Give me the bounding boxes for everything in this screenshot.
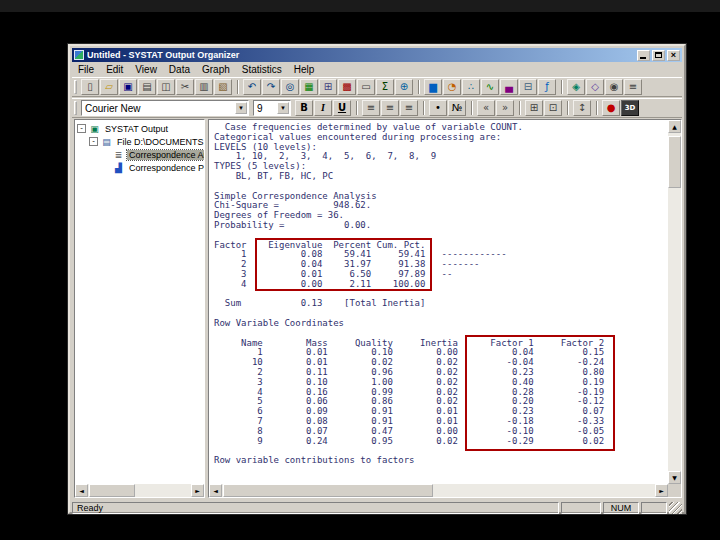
open-button[interactable]: ▱ (100, 79, 118, 95)
font-size-select[interactable]: 9 ▼ (253, 100, 291, 116)
print-preview-button[interactable]: ◫ (157, 79, 175, 95)
italic-button[interactable]: I (314, 100, 332, 116)
menu-file[interactable]: File (72, 63, 100, 76)
tree-item-systat-output[interactable]: -▣SYSTAT Output (75, 122, 204, 135)
rotate-3d-button[interactable]: ◇ (586, 79, 604, 95)
toolbar-grip[interactable] (74, 101, 77, 115)
graph-3d-button[interactable]: 3D (621, 100, 639, 116)
title-bar[interactable]: Untitled - SYSTAT Output Organizer × (72, 48, 682, 62)
file-node-icon: ▤ (101, 137, 112, 147)
status-bar: Ready NUM (72, 501, 682, 514)
toolbar-grip[interactable] (74, 80, 77, 94)
map-button[interactable]: ◈ (567, 79, 585, 95)
output-horizontal-scrollbar[interactable]: ◄ ► (209, 484, 668, 497)
maximize-button[interactable] (652, 50, 665, 61)
scatter-plot-button[interactable]: ∴ (462, 79, 480, 95)
underline-button[interactable]: U (333, 100, 351, 116)
systat-app-icon (74, 50, 84, 60)
scroll-up-button[interactable]: ▲ (668, 120, 681, 133)
tree-horizontal-scrollbar[interactable]: ◄ ► (75, 484, 204, 497)
app-window: Untitled - SYSTAT Output Organizer × Fil… (68, 44, 686, 514)
zoom-button[interactable]: ◉ (605, 79, 623, 95)
scrollbar-thumb[interactable] (89, 484, 135, 497)
new-button[interactable]: ▯ (81, 79, 99, 95)
tree-item-correspondence-ana[interactable]: ≣Correspondence Ana (75, 148, 204, 161)
copy-button[interactable]: ▥ (195, 79, 213, 95)
cut-button[interactable]: ✂ (176, 79, 194, 95)
insert-table-button[interactable]: ⊞ (525, 100, 543, 116)
undo-button[interactable]: ↶ (243, 79, 261, 95)
page-margins-button[interactable]: ⊡ (544, 100, 562, 116)
paste-button[interactable]: ▧ (214, 79, 232, 95)
print-icon: ▤ (142, 82, 151, 92)
save-button[interactable]: ▣ (119, 79, 137, 95)
record-script-button[interactable]: ● (602, 100, 620, 116)
tree-item-correspondence-plo[interactable]: ▟Correspondence Plo (75, 161, 204, 174)
graph-gallery-button[interactable]: ▩ (338, 79, 356, 95)
increase-indent-button[interactable]: » (496, 100, 514, 116)
histogram-button[interactable]: ▄ (500, 79, 518, 95)
data-editor-button[interactable]: ⊞ (319, 79, 337, 95)
box-plot-button[interactable]: ⊟ (519, 79, 537, 95)
caption-buttons: × (637, 50, 680, 61)
size-combo-arrow-button[interactable]: ▼ (277, 102, 289, 114)
scrollbar-track[interactable] (222, 484, 655, 497)
scrollbar-track[interactable] (668, 133, 681, 471)
italic-icon: I (321, 103, 325, 113)
toolbar-separator (596, 101, 598, 115)
redo-button[interactable]: ↷ (262, 79, 280, 95)
bar-chart-button[interactable]: ▆ (424, 79, 442, 95)
menu-help[interactable]: Help (288, 63, 321, 76)
pie-chart-button[interactable]: ◔ (443, 79, 461, 95)
decrease-indent-button[interactable]: « (477, 100, 495, 116)
menu-statistics[interactable]: Statistics (236, 63, 288, 76)
bullet-list-button[interactable]: • (429, 100, 447, 116)
menu-edit[interactable]: Edit (100, 63, 129, 76)
close-icon: × (671, 51, 676, 60)
line-chart-button[interactable]: ∿ (481, 79, 499, 95)
sort-button[interactable]: ↕ (573, 100, 591, 116)
toolbar-separator (356, 101, 358, 115)
menu-data[interactable]: Data (163, 63, 196, 76)
options-button[interactable]: ≡ (624, 79, 642, 95)
scroll-left-button[interactable]: ◄ (209, 484, 222, 497)
format-toolbar-buttons: BIU≡≡≡•№«»⊞⊡↕●3D (295, 99, 640, 117)
align-center-button[interactable]: ≡ (381, 100, 399, 116)
bold-button[interactable]: B (295, 100, 313, 116)
tree-expander-icon[interactable]: - (77, 124, 86, 133)
scrollbar-thumb[interactable] (668, 136, 681, 188)
font-name-select[interactable]: Courier New ▼ (81, 100, 249, 116)
scroll-left-button[interactable]: ◄ (75, 484, 88, 497)
scrollbar-thumb[interactable] (223, 484, 433, 497)
scroll-right-button[interactable]: ► (191, 484, 204, 497)
minimize-icon (640, 57, 646, 59)
scroll-down-button[interactable]: ▼ (668, 471, 681, 484)
menu-graph[interactable]: Graph (196, 63, 236, 76)
close-button[interactable]: × (667, 50, 680, 61)
chevron-down-icon: ▼ (238, 105, 244, 111)
resize-grip[interactable] (669, 502, 682, 514)
tree-item-file-d-documents-an[interactable]: -▤File D:\DOCUMENTS AN (75, 135, 204, 148)
minimize-button[interactable] (637, 50, 650, 61)
function-plot-button[interactable]: ƒ (538, 79, 556, 95)
print-button[interactable]: ▤ (138, 79, 156, 95)
statistics-button[interactable]: Σ (376, 79, 394, 95)
web-button[interactable]: ⊕ (395, 79, 413, 95)
font-combo-arrow-button[interactable]: ▼ (235, 102, 247, 114)
align-right-button[interactable]: ≡ (400, 100, 418, 116)
output-text-region[interactable]: Case frequencies determined by value of … (209, 120, 668, 484)
align-left-button[interactable]: ≡ (362, 100, 380, 116)
output-tree-pane: -▣SYSTAT Output-▤File D:\DOCUMENTS AN≣Co… (74, 119, 205, 498)
tree-expander-icon[interactable]: - (89, 137, 98, 146)
output-content-pane: Case frequencies determined by value of … (208, 119, 682, 498)
menu-view[interactable]: View (129, 63, 163, 76)
find-icon: ◎ (286, 82, 295, 92)
scrollbar-track[interactable] (88, 484, 191, 497)
output-organizer-button[interactable]: ▦ (300, 79, 318, 95)
dialog-recall-button[interactable]: ▭ (357, 79, 375, 95)
print-preview-icon: ◫ (161, 82, 170, 92)
scroll-right-button[interactable]: ► (655, 484, 668, 497)
find-button[interactable]: ◎ (281, 79, 299, 95)
numbered-list-button[interactable]: № (448, 100, 466, 116)
output-vertical-scrollbar[interactable]: ▲ ▼ (668, 120, 681, 484)
